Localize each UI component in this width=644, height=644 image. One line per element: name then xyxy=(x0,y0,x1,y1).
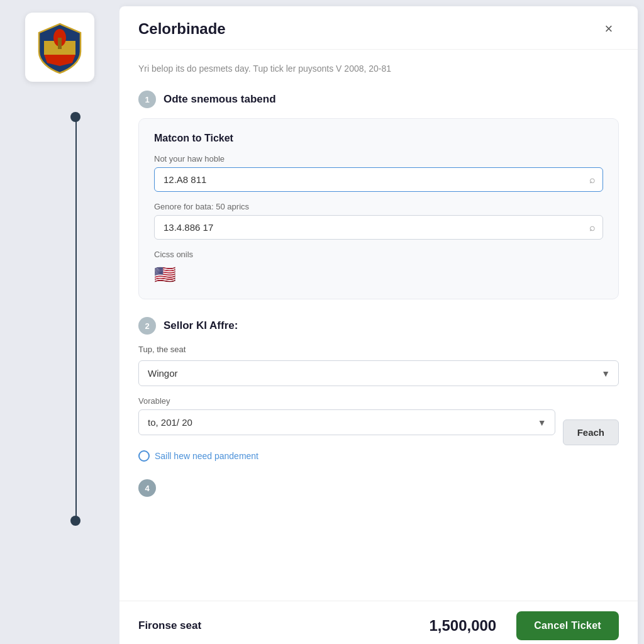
modal-title: Celorbinade xyxy=(138,20,226,38)
section-1: 1 Odte snemous tabend Matcon to Ticket N… xyxy=(138,91,619,299)
vorabley-row: to, 201/ 20 ▼ Feach xyxy=(138,409,619,445)
link-text[interactable]: Saill hew need pandement xyxy=(155,451,258,461)
section-1-title: Odte snemous tabend xyxy=(164,93,276,106)
field1-input[interactable] xyxy=(154,167,603,192)
svg-rect-2 xyxy=(58,38,62,49)
flag-emoji: 🇺🇸 xyxy=(154,264,603,285)
dropdown1-wrapper: Wingor ▼ xyxy=(138,360,619,386)
step-1-badge: 1 xyxy=(138,91,156,108)
stepper-line xyxy=(75,113,77,522)
card-title: Matcon to Ticket xyxy=(154,133,603,144)
section-1-header: 1 Odte snemous tabend xyxy=(138,91,619,108)
fironse-value: 1,500,000 xyxy=(429,617,496,635)
field2-input[interactable] xyxy=(154,215,603,240)
field1-label: Not your haw hoble xyxy=(154,154,603,164)
field2-label: Genore for bata: 50 aprics xyxy=(154,202,603,211)
location-icon-1: ⌕ xyxy=(589,174,596,186)
link-row: Saill hew need pandement xyxy=(138,450,619,462)
field2-wrapper: ⌕ xyxy=(154,215,603,240)
step-4-badge: 4 xyxy=(138,479,156,497)
location-icon-2: ⌕ xyxy=(589,222,596,233)
flag-label: Cicss onils xyxy=(154,250,603,259)
modal-body: Yri belop its do pesmets day. Tup tick l… xyxy=(119,50,638,601)
cancel-ticket-button[interactable]: Cancel Ticket xyxy=(516,611,619,640)
feach-button[interactable]: Feach xyxy=(563,419,619,445)
stepper-dot-top xyxy=(70,112,80,122)
sidebar xyxy=(0,0,119,644)
section-2-header: 2 Sellor KI Affre: xyxy=(138,317,619,335)
section-1-card: Matcon to Ticket Not your haw hoble ⌕ Ge… xyxy=(138,118,619,299)
dropdown2-wrapper: to, 201/ 20 ▼ xyxy=(138,409,555,435)
dropdown2-select[interactable]: to, 201/ 20 xyxy=(138,409,555,435)
step-2-badge: 2 xyxy=(138,317,156,335)
dropdown1-select[interactable]: Wingor xyxy=(138,360,619,386)
logo-box xyxy=(25,13,94,82)
logo-icon xyxy=(31,19,88,75)
section-2-sublabel: Tup, the seat xyxy=(138,345,619,354)
section-2: 2 Sellor KI Affre: Tup, the seat Wingor … xyxy=(138,317,619,497)
stepper-dot-bottom xyxy=(70,516,80,526)
close-button[interactable]: × xyxy=(599,19,619,39)
modal-header: Celorbinade × xyxy=(119,6,638,50)
main-panel: Celorbinade × Yri belop its do pesmets d… xyxy=(119,6,638,644)
field1-wrapper: ⌕ xyxy=(154,167,603,192)
section-2-title: Sellor KI Affre: xyxy=(164,319,238,332)
modal-footer: Fironse seat 1,500,000 Cancel Ticket xyxy=(119,601,638,644)
fironse-label: Fironse seat xyxy=(138,619,201,632)
vorabley-label: Vorabley xyxy=(138,396,619,406)
description-text: Yri belop its do pesmets day. Tup tick l… xyxy=(138,62,619,75)
link-circle-icon xyxy=(138,450,150,462)
